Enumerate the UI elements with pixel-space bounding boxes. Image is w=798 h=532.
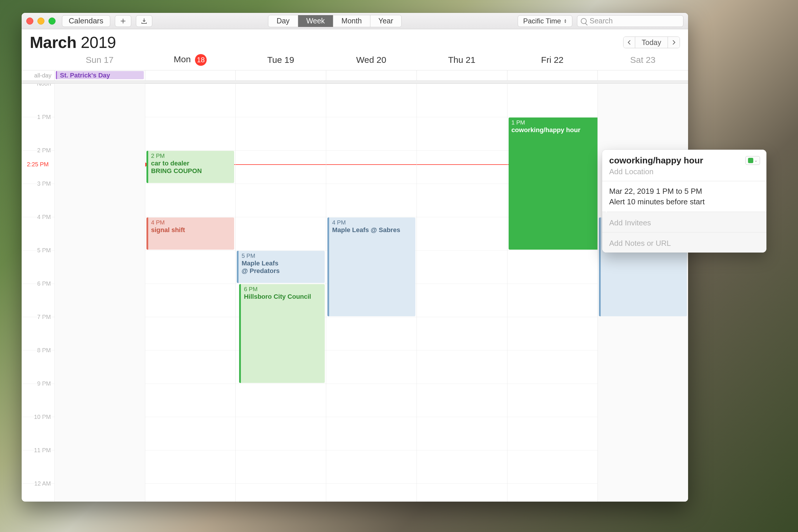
- view-month[interactable]: Month: [333, 15, 370, 27]
- allday-cell[interactable]: [145, 71, 235, 80]
- inbox-button[interactable]: [136, 15, 152, 27]
- time-grid: Noon1 PM2 PM3 PM4 PM5 PM6 PM7 PM8 PM9 PM…: [22, 83, 688, 501]
- day-header[interactable]: Wed 20: [326, 55, 417, 65]
- day-column[interactable]: 4 PMMaple Leafs: [597, 83, 688, 501]
- day-column[interactable]: 1 PMcoworking/happy hour: [507, 83, 598, 501]
- calendars-button[interactable]: Calendars: [62, 15, 110, 27]
- day-header[interactable]: Tue 19: [235, 55, 326, 65]
- event-title: Hillsboro City Council: [244, 293, 322, 301]
- allday-cell[interactable]: [326, 71, 417, 80]
- week-nav: Today: [623, 37, 680, 48]
- chevron-left-icon: [626, 39, 633, 46]
- day-column[interactable]: 4 PMMaple Leafs @ Sabres: [326, 83, 417, 501]
- close-window-button[interactable]: [26, 18, 33, 24]
- allday-cell[interactable]: [597, 71, 688, 80]
- view-week[interactable]: Week: [298, 15, 333, 27]
- event-time: 5 PM: [242, 252, 322, 260]
- day-column[interactable]: [54, 83, 145, 501]
- event-subtitle: BRING COUPON: [151, 167, 231, 175]
- hour-label: 3 PM: [37, 180, 51, 187]
- calendar-color-picker[interactable]: ⌄: [745, 156, 760, 165]
- next-week-button[interactable]: [668, 37, 680, 48]
- popover-invitees-field[interactable]: Add Invitees: [609, 218, 759, 227]
- allday-cell[interactable]: [507, 71, 598, 80]
- popover-date-line[interactable]: Mar 22, 2019 1 PM to 5 PM: [609, 186, 759, 196]
- month-header: March 2019 Today: [22, 29, 688, 50]
- month-title: March 2019: [30, 33, 116, 52]
- popover-title[interactable]: coworking/happy hour: [609, 155, 759, 166]
- event[interactable]: 6 PMHillsboro City Council: [239, 284, 325, 383]
- event-title: Maple Leafs: [242, 260, 322, 267]
- hour-label: 10 PM: [34, 414, 51, 420]
- event-title: signal shift: [151, 226, 231, 234]
- popover-notes-field[interactable]: Add Notes or URL: [609, 239, 759, 248]
- hour-label: 5 PM: [37, 247, 51, 254]
- day-column[interactable]: [417, 83, 507, 501]
- window-controls: [26, 18, 56, 24]
- day-header[interactable]: Fri 22: [507, 55, 598, 65]
- view-year[interactable]: Year: [370, 15, 402, 27]
- today-date-badge: 18: [195, 54, 207, 66]
- hour-gutter: [22, 83, 54, 501]
- event-title: car to dealer: [151, 159, 231, 167]
- maximize-window-button[interactable]: [49, 18, 56, 24]
- day-column[interactable]: 2 PMcar to dealerBRING COUPON4 PMsignal …: [145, 83, 235, 501]
- hour-label: 9 PM: [37, 380, 51, 387]
- view-day[interactable]: Day: [268, 15, 298, 27]
- event-time: 6 PM: [244, 285, 322, 293]
- event-time: 2 PM: [151, 152, 231, 159]
- event-time: 4 PM: [151, 218, 231, 226]
- event-time: 1 PM: [512, 119, 596, 126]
- timezone-picker[interactable]: Pacific Time ▲▼: [518, 15, 572, 27]
- hour-label: 7 PM: [37, 314, 51, 320]
- plus-icon: [119, 18, 127, 24]
- event[interactable]: 1 PMcoworking/happy hour: [509, 117, 599, 250]
- toolbar: Calendars Day Week Month Year Pacific Ti…: [22, 13, 688, 29]
- event-time: 4 PM: [332, 218, 413, 226]
- prev-week-button[interactable]: [624, 37, 635, 48]
- hour-label: 6 PM: [37, 280, 51, 287]
- today-button[interactable]: Today: [635, 37, 668, 48]
- view-segmented-control: Day Week Month Year: [268, 15, 402, 27]
- minimize-window-button[interactable]: [37, 18, 44, 24]
- search-icon: [581, 18, 587, 24]
- search-field[interactable]: Search: [577, 15, 683, 27]
- hour-label: 8 PM: [37, 347, 51, 354]
- current-time-label: 2:25 PM: [27, 161, 49, 168]
- allday-divider: [22, 81, 688, 83]
- event[interactable]: 4 PMsignal shift: [147, 217, 234, 250]
- hour-label: 12 AM: [34, 480, 51, 487]
- calendar-window: Calendars Day Week Month Year Pacific Ti…: [22, 13, 688, 501]
- event-title: Maple Leafs @ Sabres: [332, 226, 413, 234]
- allday-label: all-day: [22, 71, 54, 80]
- day-header-today[interactable]: Mon 18: [145, 54, 235, 66]
- allday-cell[interactable]: St. Patrick's Day: [54, 71, 145, 80]
- allday-event[interactable]: St. Patrick's Day: [56, 71, 144, 79]
- popover-location-field[interactable]: Add Location: [609, 167, 759, 176]
- popover-alert-line[interactable]: Alert 10 minutes before start: [609, 196, 759, 207]
- timezone-label: Pacific Time: [523, 17, 561, 25]
- add-event-button[interactable]: [115, 15, 131, 27]
- event[interactable]: 2 PMcar to dealerBRING COUPON: [147, 151, 234, 183]
- hour-label: 1 PM: [37, 114, 51, 120]
- day-header[interactable]: Sat 23: [597, 55, 688, 65]
- day-column[interactable]: 5 PMMaple Leafs@ Predators6 PMHillsboro …: [235, 83, 326, 501]
- hour-label: 2 PM: [37, 147, 51, 154]
- hour-label: Noon: [37, 83, 51, 87]
- day-columns: 2 PMcar to dealerBRING COUPON4 PMsignal …: [54, 83, 688, 501]
- allday-row: all-day St. Patrick's Day: [22, 70, 688, 81]
- day-header[interactable]: Thu 21: [417, 55, 507, 65]
- day-header-row: Sun 17 Mon 18 Tue 19 Wed 20 Thu 21 Fri 2…: [22, 50, 688, 70]
- day-header[interactable]: Sun 17: [54, 55, 145, 65]
- tray-download-icon: [140, 18, 148, 24]
- hour-label: 11 PM: [34, 447, 51, 454]
- event-popover[interactable]: coworking/happy hour Add Location ⌄ Mar …: [602, 150, 766, 252]
- hour-label: 4 PM: [37, 214, 51, 221]
- allday-cell[interactable]: [417, 71, 507, 80]
- event-subtitle: @ Predators: [242, 267, 322, 275]
- event[interactable]: 5 PMMaple Leafs@ Predators: [237, 251, 325, 283]
- allday-cell[interactable]: [235, 71, 326, 80]
- event-title: coworking/happy hour: [512, 126, 596, 134]
- event[interactable]: 4 PMMaple Leafs @ Sabres: [327, 217, 415, 316]
- chevron-right-icon: [670, 39, 677, 46]
